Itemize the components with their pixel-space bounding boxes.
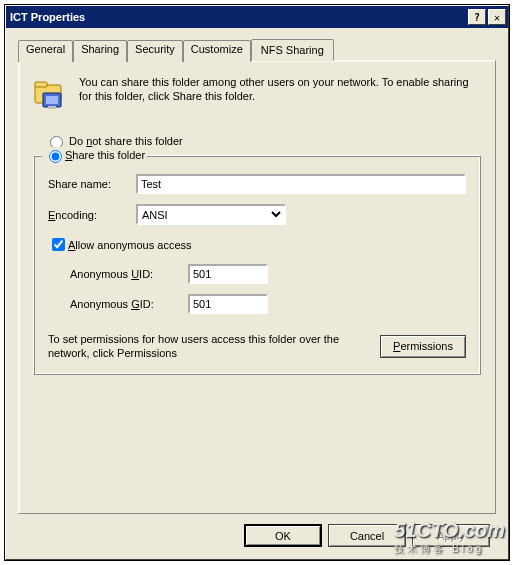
allow-anon-checkbox[interactable] (52, 238, 65, 251)
radio-share-label: Share this folder (65, 149, 145, 161)
svg-rect-4 (48, 106, 56, 109)
cancel-button[interactable]: Cancel (328, 524, 406, 547)
share-name-input[interactable] (136, 174, 466, 194)
share-folder-icon (33, 77, 69, 115)
tab-sharing[interactable]: Sharing (73, 40, 127, 62)
share-name-label: Share name: (48, 178, 136, 190)
share-groupbox: Share this folder Share name: Encoding: … (33, 155, 481, 375)
properties-dialog: ICT Properties ? ✕ General Sharing Secur… (5, 5, 509, 560)
close-button[interactable]: ✕ (488, 9, 506, 25)
permissions-text: To set permissions for how users access … (48, 332, 380, 360)
tab-strip: General Sharing Security Customize NFS S… (18, 38, 496, 60)
svg-rect-1 (35, 82, 47, 87)
radio-share[interactable] (49, 150, 62, 163)
window-title: ICT Properties (8, 11, 85, 23)
anon-uid-label: Anonymous UID: (70, 268, 188, 280)
dialog-button-bar: OK Cancel Apply (18, 514, 496, 551)
tab-customize[interactable]: Customize (183, 40, 251, 62)
titlebar: ICT Properties ? ✕ (6, 6, 508, 28)
tab-general[interactable]: General (18, 40, 73, 62)
permissions-button[interactable]: Permissions (380, 335, 466, 358)
anon-gid-label: Anonymous GID: (70, 298, 188, 310)
anon-gid-input[interactable] (188, 294, 268, 314)
tab-panel: You can share this folder among other us… (18, 60, 496, 514)
svg-rect-3 (46, 96, 58, 104)
encoding-label: Encoding: (48, 209, 136, 221)
encoding-select[interactable]: ANSI (136, 204, 286, 225)
allow-anon-label: Allow anonymous access (68, 239, 192, 251)
anon-uid-input[interactable] (188, 264, 268, 284)
help-button[interactable]: ? (468, 9, 486, 25)
tab-security[interactable]: Security (127, 40, 183, 62)
apply-button[interactable]: Apply (412, 524, 490, 547)
tab-nfs-sharing[interactable]: NFS Sharing (251, 39, 334, 61)
radio-no-share-label: Do not share this folder (69, 135, 183, 147)
ok-button[interactable]: OK (244, 524, 322, 547)
intro-text: You can share this folder among other us… (79, 75, 481, 103)
